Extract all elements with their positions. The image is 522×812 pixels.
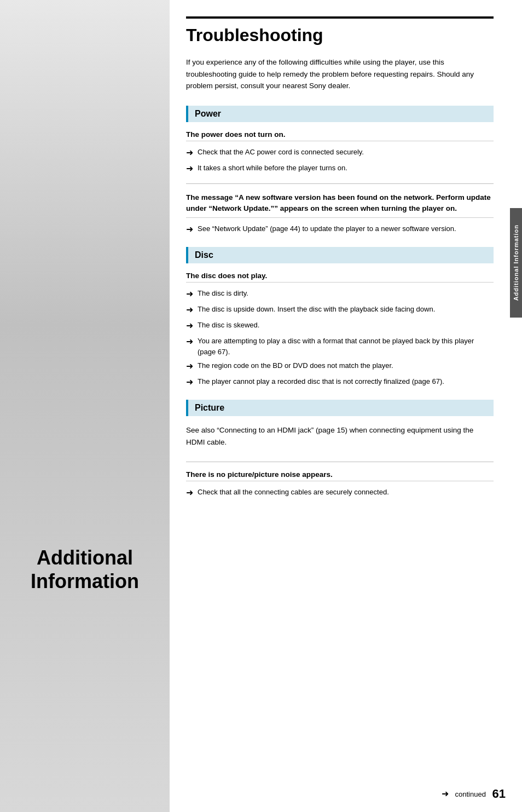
- sidebar-title: Additional Information: [0, 546, 170, 593]
- picture-section: Picture See also “Connecting to an HDMI …: [186, 400, 494, 499]
- arrow-icon: ➜: [186, 335, 193, 348]
- sidebar-title-line2: Information: [31, 570, 139, 592]
- sidebar: Additional Information: [0, 0, 170, 812]
- list-item: ➜ The player cannot play a recorded disc…: [186, 376, 494, 389]
- arrow-icon: ➜: [186, 486, 193, 499]
- continued-label: continued: [455, 790, 486, 798]
- main-content: Troubleshooting If you experience any of…: [170, 0, 510, 532]
- list-item: ➜ The region code on the BD or DVD does …: [186, 360, 494, 373]
- picture-subsection-1: There is no picture/picture noise appear…: [186, 470, 494, 499]
- list-item: ➜ Check that the AC power cord is connec…: [186, 147, 494, 159]
- power-bullet-list-2: ➜ See “Network Update” (page 44) to upda…: [186, 223, 494, 236]
- picture-header-label: Picture: [195, 403, 224, 412]
- disc-subsection-1-title: The disc does not play.: [186, 272, 494, 283]
- list-item: ➜ The disc is dirty.: [186, 288, 494, 301]
- arrow-icon: ➜: [186, 360, 193, 373]
- bullet-text: The disc is skewed.: [198, 320, 494, 331]
- page-number: 61: [492, 787, 506, 801]
- arrow-icon: ➜: [186, 146, 193, 159]
- bullet-text: Check that all the connecting cables are…: [198, 487, 494, 498]
- bullet-text: It takes a short while before the player…: [198, 163, 494, 174]
- disc-header-label: Disc: [195, 250, 213, 260]
- arrow-icon: ➜: [186, 303, 193, 316]
- power-header-label: Power: [195, 109, 221, 118]
- bullet-text: The disc is dirty.: [198, 288, 494, 299]
- disc-section-header: Disc: [186, 247, 494, 263]
- bullet-text: The player cannot play a recorded disc t…: [198, 376, 494, 387]
- picture-section-header: Picture: [186, 400, 494, 416]
- picture-bullet-list-1: ➜ Check that all the connecting cables a…: [186, 487, 494, 499]
- intro-text: If you experience any of the following d…: [186, 56, 494, 92]
- list-item: ➜ Check that all the connecting cables a…: [186, 487, 494, 499]
- bullet-text: You are attempting to play a disc with a…: [198, 336, 494, 357]
- power-bullet-list-1: ➜ Check that the AC power cord is connec…: [186, 147, 494, 175]
- disc-subsection-1: The disc does not play. ➜ The disc is di…: [186, 272, 494, 389]
- bullet-text: See “Network Update” (page 44) to update…: [198, 223, 494, 234]
- divider: [186, 183, 494, 184]
- disc-section: Disc The disc does not play. ➜ The disc …: [186, 247, 494, 389]
- power-subsection-1-title: The power does not turn on.: [186, 130, 494, 141]
- arrow-icon: ➜: [186, 376, 193, 389]
- list-item: ➜ The disc is skewed.: [186, 320, 494, 332]
- arrow-icon: ➜: [186, 319, 193, 332]
- continued-arrow-icon: ➜: [442, 788, 449, 799]
- sidebar-title-line1: Additional: [37, 546, 133, 569]
- power-section-header: Power: [186, 106, 494, 122]
- list-item: ➜ The disc is upside down. Insert the di…: [186, 304, 494, 316]
- vertical-tab-label: Additional Information: [513, 224, 519, 301]
- bullet-text: Check that the AC power cord is connecte…: [198, 147, 494, 158]
- page-title: Troubleshooting: [186, 16, 494, 45]
- list-item: ➜ It takes a short while before the play…: [186, 163, 494, 175]
- power-subsection-2-title: The message “A new software version has …: [186, 192, 494, 218]
- disc-bullet-list-1: ➜ The disc is dirty. ➜ The disc is upsid…: [186, 288, 494, 389]
- arrow-icon: ➜: [186, 223, 193, 236]
- bullet-text: The disc is upside down. Insert the disc…: [198, 304, 494, 315]
- arrow-icon: ➜: [186, 287, 193, 301]
- picture-intro: See also “Connecting to an HDMI jack” (p…: [186, 424, 494, 448]
- list-item: ➜ See “Network Update” (page 44) to upda…: [186, 223, 494, 236]
- picture-subsection-1-title: There is no picture/picture noise appear…: [186, 470, 494, 481]
- power-subsection-1: The power does not turn on. ➜ Check that…: [186, 130, 494, 175]
- vertical-tab: Additional Information: [510, 208, 522, 318]
- power-section: Power The power does not turn on. ➜ Chec…: [186, 106, 494, 237]
- power-subsection-2: The message “A new software version has …: [186, 192, 494, 237]
- bullet-text: The region code on the BD or DVD does no…: [198, 360, 494, 371]
- footer-continued: ➜ continued 61: [442, 787, 506, 801]
- arrow-icon: ➜: [186, 162, 193, 175]
- list-item: ➜ You are attempting to play a disc with…: [186, 336, 494, 357]
- divider: [186, 462, 494, 462]
